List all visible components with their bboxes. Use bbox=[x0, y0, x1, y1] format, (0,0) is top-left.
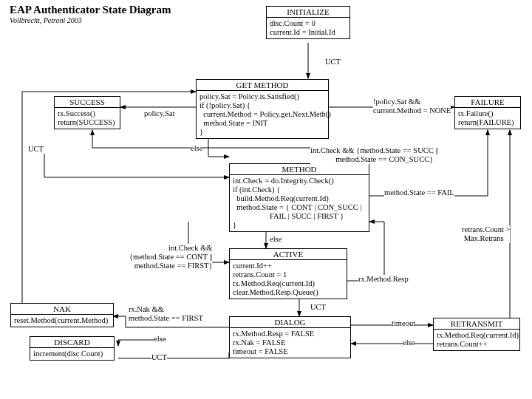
state-nak: NAK reset.Method(current.Method) bbox=[10, 303, 114, 327]
state-retransmit: RETRANSMIT tx.Method.Req(current.Id) ret… bbox=[433, 318, 520, 351]
label-else-method: else bbox=[270, 235, 282, 244]
label-uct-discard: UCT bbox=[151, 353, 167, 362]
state-failure: FAILURE tx.Failure() return(FAILURE) bbox=[454, 96, 521, 129]
state-discard-body: increment(disc.Count) bbox=[30, 348, 114, 360]
state-method-body: int.Check = do.Integrity.Check() if (int… bbox=[230, 175, 369, 231]
label-policysat: policy.Sat bbox=[144, 109, 175, 118]
state-active-body: current.Id++ retrans.Count = 1 tx.Method… bbox=[230, 260, 347, 299]
label-uct-active: UCT bbox=[310, 303, 326, 312]
state-initialize-body: disc.Count = 0 current.Id = Initial.Id bbox=[267, 18, 349, 38]
label-timeout: timeout bbox=[392, 319, 415, 328]
state-active: ACTIVE current.Id++ retrans.Count = 1 tx… bbox=[229, 248, 347, 299]
state-initialize-title: INITIALIZE bbox=[267, 7, 349, 18]
state-failure-body: tx.Failure() return(FAILURE) bbox=[455, 108, 520, 129]
state-failure-title: FAILURE bbox=[455, 97, 520, 108]
state-dialog-body: rx.Method.Resp = FALSE rx.Nak = FALSE ti… bbox=[230, 328, 350, 358]
state-dialog-title: DIALOG bbox=[230, 317, 350, 328]
label-retrans-cond: retrans.Count > Max.Retrans bbox=[462, 225, 510, 243]
label-uct-init: UCT bbox=[325, 58, 341, 66]
label-succ-cond: int.Check && {method.State == SUCC || me… bbox=[310, 146, 439, 164]
state-discard-title: DISCARD bbox=[30, 337, 114, 348]
state-method: METHOD int.Check = do.Integrity.Check() … bbox=[229, 163, 369, 232]
label-rxresp: rx.Method.Resp bbox=[358, 275, 409, 284]
state-retransmit-title: RETRANSMIT bbox=[434, 318, 519, 330]
label-else-getmethod: else bbox=[191, 144, 202, 153]
label-else-dialog: else bbox=[154, 335, 166, 344]
state-initialize: INITIALIZE disc.Count = 0 current.Id = I… bbox=[266, 6, 350, 39]
label-fail-cond: method.State == FAIL bbox=[384, 188, 454, 197]
state-getmethod: GET METHOD policy.Sat = Policy.is.Satisf… bbox=[196, 79, 329, 139]
label-else-retransmit: else bbox=[403, 338, 415, 347]
label-active-cond: int.Check && {method.State == CONT || me… bbox=[129, 244, 212, 270]
state-discard: DISCARD increment(disc.Count) bbox=[30, 336, 115, 361]
label-uct-left: UCT bbox=[28, 145, 44, 154]
label-nak-cond: rx.Nak && method.State == FIRST bbox=[129, 305, 203, 323]
state-getmethod-title: GET METHOD bbox=[197, 80, 328, 91]
state-retransmit-body: tx.Method.Req(current.Id) retrans.Count+… bbox=[434, 330, 519, 350]
label-not-policysat: !policy.Sat && current.Method = NONE bbox=[373, 98, 451, 115]
state-success-body: tx.Success() return(SUCCESS) bbox=[55, 108, 120, 129]
state-active-title: ACTIVE bbox=[230, 249, 347, 260]
state-dialog: DIALOG rx.Method.Resp = FALSE rx.Nak = F… bbox=[229, 316, 351, 358]
state-nak-body: reset.Method(current.Method) bbox=[11, 315, 113, 327]
state-getmethod-body: policy.Sat = Policy.is.Satisfied() if (!… bbox=[197, 91, 328, 138]
state-success-title: SUCCESS bbox=[55, 97, 120, 108]
state-nak-title: NAK bbox=[11, 304, 113, 315]
state-success: SUCCESS tx.Success() return(SUCCESS) bbox=[54, 96, 120, 129]
state-method-title: METHOD bbox=[230, 164, 369, 175]
